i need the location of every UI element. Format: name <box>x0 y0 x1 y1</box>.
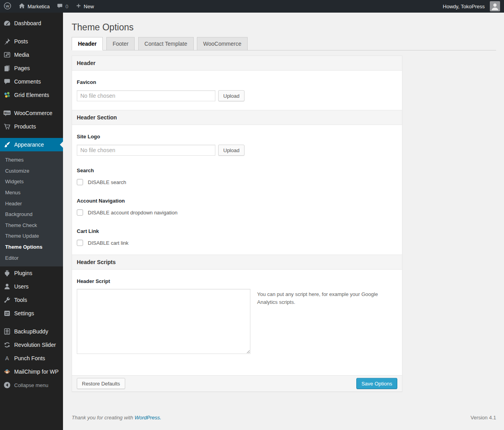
section-header-title: Header <box>72 56 402 71</box>
tab-footer[interactable]: Footer <box>106 37 135 50</box>
tab-contact-template[interactable]: Contact Template <box>138 37 194 50</box>
sidebar-item-label: Punch Fonts <box>14 355 45 361</box>
collapse-menu-button[interactable]: Collapse menu <box>0 378 63 392</box>
disable-cart-checkbox[interactable] <box>77 240 83 246</box>
submenu-item-theme-options[interactable]: Theme Options <box>0 242 63 253</box>
sidebar-item-tools[interactable]: Tools <box>0 293 63 307</box>
account-menu[interactable]: Howdy, TokoPress <box>439 0 504 13</box>
site-name-menu[interactable]: Marketica <box>15 0 53 13</box>
sidebar-item-pages[interactable]: Pages <box>0 61 63 75</box>
header-script-help-text: You can put any script here, for example… <box>257 289 380 306</box>
sidebar-item-plugins[interactable]: Plugins <box>0 266 63 280</box>
submenu-item-themes[interactable]: Themes <box>0 155 63 166</box>
account-navigation-label: Account Navigation <box>77 198 397 204</box>
site-logo-file-input[interactable] <box>77 145 215 156</box>
sidebar-item-label: Plugins <box>14 270 32 276</box>
new-content-menu[interactable]: New <box>72 0 98 13</box>
sidebar-item-woocommerce[interactable]: Woo WooCommerce <box>0 106 63 120</box>
sidebar-item-appearance[interactable]: Appearance <box>0 138 63 151</box>
site-logo-upload-button[interactable]: Upload <box>218 145 245 156</box>
menu-separator <box>0 133 63 138</box>
disable-search-row: DISABLE search <box>77 179 397 185</box>
panel-footer-bar: Restore Defaults Save Options <box>72 375 402 391</box>
plugin-icon <box>0 269 14 277</box>
disable-account-checkbox[interactable] <box>77 209 83 216</box>
sidebar-item-label: MailChimp for WP <box>14 369 59 375</box>
disable-search-label: DISABLE search <box>88 179 126 185</box>
sidebar-item-label: Grid Elements <box>14 92 49 98</box>
header-script-textarea[interactable] <box>77 289 250 354</box>
howdy-label: Howdy, TokoPress <box>443 4 485 9</box>
site-logo-field-row: Upload <box>77 145 397 156</box>
sidebar-item-label: WooCommerce <box>14 110 52 116</box>
tab-woocommerce[interactable]: WooCommerce <box>197 37 248 50</box>
menu-separator <box>0 320 63 325</box>
collapse-menu-label: Collapse menu <box>14 382 48 388</box>
section-header-body: Favicon Upload <box>72 79 402 110</box>
comments-menu[interactable]: 0 <box>53 0 72 13</box>
header-script-row: You can put any script here, for example… <box>77 289 397 354</box>
submenu-item-background[interactable]: Background <box>0 209 63 220</box>
favicon-file-input[interactable] <box>77 90 215 101</box>
sidebar-item-label: Posts <box>14 38 28 45</box>
svg-text:Woo: Woo <box>4 112 10 114</box>
save-options-button[interactable]: Save Options <box>356 378 397 389</box>
comment-bubble-icon <box>57 3 63 10</box>
sidebar-item-label: Tools <box>14 297 27 303</box>
sidebar-item-backupbuddy[interactable]: BackupBuddy <box>0 325 63 338</box>
wp-logo-menu[interactable]: W <box>0 0 15 13</box>
submenu-item-editor[interactable]: Editor <box>0 253 63 264</box>
section-header-area-body: Site Logo Upload Search DISABLE search A… <box>72 134 402 255</box>
submenu-item-theme-update[interactable]: Theme Update <box>0 231 63 242</box>
section-header-area-title: Header Section <box>72 110 402 125</box>
pages-icon <box>0 64 14 72</box>
home-icon <box>19 2 25 10</box>
section-scripts-body: Header Script You can put any script her… <box>72 278 402 375</box>
menu-separator <box>0 30 63 35</box>
footer-version: Version 4.1 <box>471 415 496 421</box>
restore-defaults-button[interactable]: Restore Defaults <box>77 378 125 389</box>
comments-count: 0 <box>65 4 68 9</box>
submenu-item-widgets[interactable]: Widgets <box>0 176 63 187</box>
mailchimp-monkey-icon <box>0 368 14 376</box>
submenu-item-menus[interactable]: Menus <box>0 187 63 198</box>
sidebar-item-label: Media <box>14 52 29 58</box>
collapse-arrow-icon <box>0 381 14 389</box>
sidebar-item-label: Pages <box>14 65 30 71</box>
sidebar-item-label: Products <box>14 123 36 130</box>
page-title: Theme Options <box>63 13 504 34</box>
sidebar-item-mailchimp[interactable]: MailChimp for WP <box>0 365 63 378</box>
admin-bar: W Marketica 0 New Howdy, TokoPress <box>0 0 504 13</box>
sidebar-item-settings[interactable]: Settings <box>0 307 63 320</box>
sidebar-item-posts[interactable]: Posts <box>0 35 63 48</box>
sidebar-item-label: Dashboard <box>14 20 41 26</box>
disable-search-checkbox[interactable] <box>77 179 83 185</box>
submenu-item-theme-check[interactable]: Theme Check <box>0 220 63 231</box>
sidebar-item-comments[interactable]: Comments <box>0 75 63 88</box>
submenu-item-header[interactable]: Header <box>0 198 63 209</box>
sidebar-item-dashboard[interactable]: Dashboard <box>0 17 63 30</box>
sidebar-item-punch-fonts[interactable]: A Punch Fonts <box>0 352 63 365</box>
letter-a-icon: A <box>0 354 14 362</box>
woocommerce-icon: Woo <box>0 109 14 117</box>
wrench-icon <box>0 296 14 304</box>
tab-header[interactable]: Header <box>72 37 103 50</box>
page-footer: Thank you for creating with WordPress. V… <box>72 415 496 421</box>
wordpress-link[interactable]: WordPress. <box>135 415 161 421</box>
sidebar-item-users[interactable]: Users <box>0 280 63 293</box>
sidebar-item-grid-elements[interactable]: Grid Elements <box>0 88 63 102</box>
svg-text:W: W <box>6 4 9 8</box>
main-content: Theme Options Header Footer Contact Temp… <box>63 13 504 430</box>
svg-text:A: A <box>5 355 9 361</box>
sidebar-item-media[interactable]: Media <box>0 48 63 61</box>
sidebar-item-revolution-slider[interactable]: Revolution Slider <box>0 338 63 352</box>
submenu-item-customize[interactable]: Customize <box>0 166 63 177</box>
footer-thanks-label: Thank you for creating with <box>72 415 133 421</box>
favicon-upload-button[interactable]: Upload <box>218 90 245 101</box>
sidebar-item-products[interactable]: Products <box>0 120 63 133</box>
comments-icon <box>0 78 14 86</box>
appearance-brush-icon <box>0 141 14 149</box>
sidebar-item-label: Settings <box>14 310 34 316</box>
settings-sliders-icon <box>0 309 14 317</box>
disable-cart-label: DISABLE cart link <box>88 240 128 246</box>
